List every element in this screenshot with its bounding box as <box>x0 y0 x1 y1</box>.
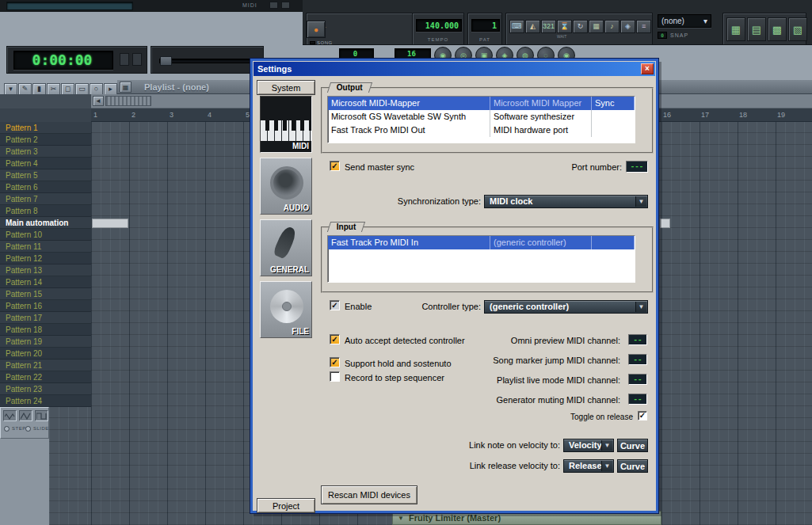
pattern-row[interactable]: Pattern 16 <box>0 300 91 312</box>
playlist-grid-lower[interactable] <box>49 407 91 525</box>
audio-settings-tile[interactable]: AUDIO <box>260 158 312 215</box>
Fast Track Pro MIDI In[interactable]: Fast Track Pro MIDI In (generic controll… <box>328 236 635 249</box>
automation-clip-fragment[interactable] <box>660 219 670 228</box>
midi-settings-tile[interactable]: MIDI <box>260 96 312 153</box>
omni-channel-display[interactable]: -- <box>628 334 647 345</box>
pattern-row[interactable]: Pattern 14 <box>0 276 91 288</box>
mute-tool-icon[interactable]: ◻ <box>61 83 74 95</box>
pattern-row[interactable]: Pattern 8 <box>0 205 91 217</box>
pattern-row[interactable]: Pattern 10 <box>0 229 91 241</box>
loop-record-icon[interactable]: ↻ <box>573 20 588 33</box>
pattern-row[interactable]: Pattern 4 <box>0 158 91 169</box>
mixer-toggle[interactable]: ▧ <box>788 17 807 41</box>
pattern-row[interactable]: Pattern 19 <box>0 336 91 348</box>
paint-tool-icon[interactable]: ▮ <box>32 83 46 95</box>
time-mode-button-2[interactable] <box>132 53 142 66</box>
generator-muting-channel-display[interactable]: -- <box>628 394 647 405</box>
zoom-tool-icon[interactable]: ▸ <box>104 83 117 95</box>
pattern-row[interactable]: Pattern 7 <box>0 193 91 205</box>
file-settings-tile[interactable]: FILE <box>260 281 312 338</box>
pattern-row[interactable]: Pattern 22 <box>0 371 91 383</box>
wave-shape-button-3[interactable] <box>35 410 48 421</box>
delete-tool-icon[interactable]: ✂ <box>47 83 60 95</box>
step-edit-icon[interactable]: ▦ <box>589 20 604 33</box>
port-number-display[interactable]: --- <box>626 161 648 173</box>
quantize-dropdown[interactable]: (none) ▾ <box>658 14 711 28</box>
playlist-toggle[interactable]: ▩ <box>768 17 787 41</box>
mini-button-2[interactable] <box>281 2 290 9</box>
sync-type-dropdown[interactable]: MIDI clock ▼ <box>484 195 648 208</box>
release-velocity-dropdown[interactable]: Release ▼ <box>563 459 614 473</box>
pattern-row[interactable]: Pattern 2 <box>0 134 91 146</box>
enable-checkbox[interactable]: ✓ <box>330 300 340 310</box>
pattern-row[interactable]: Pattern 21 <box>0 360 91 371</box>
Microsoft MIDI-Mapper[interactable]: Microsoft MIDI-Mapper Microsoft MIDI Map… <box>328 97 635 110</box>
auto-accept-checkbox[interactable]: ✓ <box>330 334 340 344</box>
wait-icon[interactable]: ⌛ <box>557 20 572 33</box>
pattern-row[interactable]: Pattern 20 <box>0 348 91 360</box>
input-device-list[interactable]: Fast Track Pro MIDI In (generic controll… <box>327 235 635 283</box>
pattern-number-display[interactable]: 1 <box>471 19 500 32</box>
shuffle-slider-track[interactable] <box>159 59 257 63</box>
playlist-live-channel-display[interactable]: -- <box>628 374 647 385</box>
controller-type-dropdown[interactable]: (generic controller) ▼ <box>484 300 648 314</box>
shuffle-slider-thumb[interactable] <box>160 56 172 66</box>
pattern-row[interactable]: Pattern 18 <box>0 324 91 336</box>
record-button[interactable]: ● <box>307 21 326 38</box>
record-step-checkbox[interactable] <box>330 371 340 382</box>
send-master-sync-checkbox[interactable]: ✓ <box>330 161 340 171</box>
piano-roll-toggle[interactable]: ▤ <box>747 17 766 41</box>
playlist-menu-button[interactable]: ▦ <box>120 82 132 93</box>
general-settings-tile[interactable]: GENERAL <box>260 219 312 276</box>
pattern-row[interactable]: Pattern 1 <box>0 122 91 134</box>
snap-value[interactable]: 0 <box>658 32 667 39</box>
pattern-row[interactable]: Pattern 6 <box>0 181 91 193</box>
song-time-display[interactable]: 0:00:00 <box>13 51 113 70</box>
pattern-row[interactable]: Pattern 5 <box>0 169 91 181</box>
note-curve-button[interactable]: Curve <box>617 439 648 452</box>
project-tab[interactable]: Project <box>257 498 315 513</box>
rescan-midi-button[interactable]: Rescan MIDI devices <box>321 485 417 504</box>
pattern-row[interactable]: Pattern 17 <box>0 312 91 324</box>
wave-shape-button-1[interactable] <box>3 410 17 421</box>
mini-button-1[interactable] <box>269 2 278 9</box>
pattern-row[interactable]: Pattern 24 <box>0 395 91 407</box>
playlist-menu-icon[interactable]: ▾ <box>4 83 17 95</box>
note-preview-icon[interactable]: ♪ <box>604 20 619 33</box>
pattern-row[interactable]: Pattern 3 <box>0 146 91 158</box>
toggle-on-release-checkbox[interactable]: ✓ <box>638 411 647 420</box>
wave-shape-button-2[interactable] <box>19 410 32 421</box>
pattern-row[interactable]: Pattern 23 <box>0 383 91 395</box>
pattern-row[interactable]: Main automation <box>0 217 91 229</box>
pattern-row[interactable]: Pattern 11 <box>0 241 91 253</box>
slide-radio[interactable] <box>25 426 31 432</box>
Fast Track Pro MIDI Out[interactable]: Fast Track Pro MIDI Out MIDI hardware po… <box>328 124 635 137</box>
step-radio[interactable] <box>4 426 10 432</box>
song-marker-channel-display[interactable]: -- <box>628 354 647 365</box>
shuffle-icon[interactable]: ≡ <box>636 20 651 33</box>
select-tool-icon[interactable]: ○ <box>90 83 103 95</box>
slip-tool-icon[interactable]: ▭ <box>75 83 89 95</box>
automation-clip[interactable] <box>92 219 128 228</box>
countdown-icon[interactable]: 321 <box>541 20 556 33</box>
system-tab[interactable]: System <box>257 80 315 95</box>
dialog-titlebar[interactable]: Settings × <box>254 62 655 76</box>
scroll-left-button[interactable]: ◄ <box>93 96 104 106</box>
support-hold-checkbox[interactable]: ✓ <box>330 357 340 367</box>
tempo-display[interactable]: 140.000 <box>416 19 462 32</box>
typing-keyboard-icon[interactable]: ⌨ <box>509 20 524 33</box>
output-device-list[interactable]: Microsoft MIDI-Mapper Microsoft MIDI Map… <box>327 96 635 143</box>
draw-tool-icon[interactable]: ✎ <box>18 83 32 95</box>
time-mode-button-1[interactable] <box>120 53 129 66</box>
metronome-icon[interactable]: ◭ <box>525 20 540 33</box>
step-sequencer-toggle[interactable]: ▦ <box>726 17 745 41</box>
link-icon[interactable]: ◈ <box>620 20 635 33</box>
Microsoft GS Wavetable SW Synth[interactable]: Microsoft GS Wavetable SW Synth Software… <box>328 110 635 124</box>
pattern-row[interactable]: Pattern 15 <box>0 288 91 300</box>
pattern-row[interactable]: Pattern 12 <box>0 253 91 264</box>
release-curve-button[interactable]: Curve <box>617 459 648 473</box>
pattern-row[interactable]: Pattern 13 <box>0 264 91 276</box>
note-velocity-dropdown[interactable]: Velocity ▼ <box>563 439 614 452</box>
close-button[interactable]: × <box>641 63 654 74</box>
playlist-zoom-scrollbar[interactable] <box>105 96 151 106</box>
